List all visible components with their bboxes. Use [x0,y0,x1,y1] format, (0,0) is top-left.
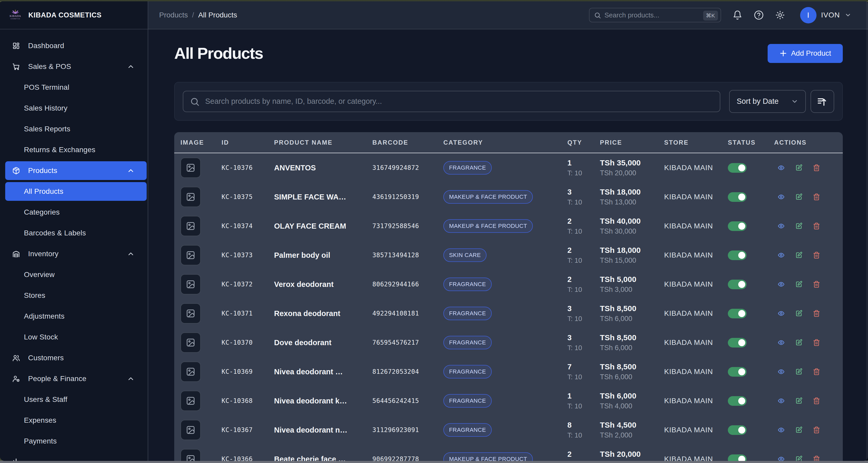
page-head: All Products Add Product [174,43,843,63]
delete-trash-icon[interactable] [813,251,820,259]
sidebar-item-payments[interactable]: Payments [5,432,147,451]
product-store: KIBADA MAIN [664,251,728,259]
sort-direction-button[interactable] [810,90,834,113]
product-search-input[interactable] [183,91,720,112]
sidebar-item-expenses[interactable]: Expenses [5,411,147,430]
edit-pencil-icon[interactable] [795,222,803,230]
sidebar-item-label: Stores [24,291,45,300]
help-icon[interactable] [754,10,764,20]
view-eye-icon[interactable] [777,368,785,375]
status-toggle[interactable] [728,309,747,318]
edit-pencil-icon[interactable] [795,426,803,434]
sidebar-item-all-products[interactable]: All Products [5,182,147,201]
edit-pencil-icon[interactable] [795,456,803,461]
qty-threshold: T: 10 [567,460,600,461]
svg-text:COSMETICS: COSMETICS [10,18,20,20]
view-eye-icon[interactable] [777,222,785,230]
sidebar-item-customers[interactable]: Customers [5,348,147,367]
edit-pencil-icon[interactable] [795,164,803,172]
edit-pencil-icon[interactable] [795,310,803,317]
sidebar-item-pos-terminal[interactable]: POS Terminal [5,78,147,97]
status-toggle[interactable] [728,455,747,461]
view-eye-icon[interactable] [777,339,785,346]
sidebar-item-low-stock[interactable]: Low Stock [5,328,147,346]
sidebar-item-dashboard[interactable]: Dashboard [5,36,147,55]
theme-sun-icon[interactable] [775,10,785,20]
status-toggle[interactable] [728,367,747,377]
view-eye-icon[interactable] [777,164,785,172]
status-toggle[interactable] [728,425,747,435]
delete-trash-icon[interactable] [813,368,820,375]
status-toggle[interactable] [728,396,747,406]
view-eye-icon[interactable] [777,251,785,259]
image-icon [186,338,195,347]
status-toggle[interactable] [728,338,747,347]
sidebar-item-people-finance[interactable]: People & Finance [5,369,147,388]
sidebar-item-barcodes-labels[interactable]: Barcodes & Labels [5,224,147,242]
toggle-knob [738,164,745,172]
page-content: All Products Add Product Sort by Date [148,29,868,461]
sidebar-item-inventory[interactable]: Inventory [5,245,147,263]
delete-trash-icon[interactable] [813,281,820,288]
sidebar-item-products[interactable]: Products [5,161,147,180]
sidebar-item-partial[interactable] [5,453,147,461]
view-eye-icon[interactable] [777,193,785,200]
sidebar-item-label: Adjustments [24,312,64,320]
edit-pencil-icon[interactable] [795,193,803,200]
product-price: TSh 5,000TSh 3,000 [600,275,664,294]
sidebar-item-overview[interactable]: Overview [5,265,147,284]
edit-pencil-icon[interactable] [795,251,803,259]
global-search[interactable]: ⌘K [589,8,721,22]
breadcrumb-parent[interactable]: Products [159,11,188,19]
table-row: KC-10366Beate cherie face …906992287778M… [174,444,843,461]
sidebar-item-label: Payments [24,437,57,445]
product-barcode: 436191250319 [372,193,443,200]
status-toggle[interactable] [728,280,747,289]
status-toggle[interactable] [728,163,747,173]
user-menu[interactable]: I IVON [800,7,851,23]
sidebar-item-adjustments[interactable]: Adjustments [5,307,147,326]
status-toggle[interactable] [728,221,747,231]
product-search[interactable] [183,91,720,112]
sidebar-item-sales-reports[interactable]: Sales Reports [5,120,147,138]
edit-pencil-icon[interactable] [795,281,803,288]
sidebar-item-returns-exchanges[interactable]: Returns & Exchanges [5,141,147,159]
add-product-button[interactable]: Add Product [768,44,843,63]
delete-trash-icon[interactable] [813,339,820,346]
product-id: KC-10366 [222,456,274,461]
notifications-bell-icon[interactable] [733,10,742,20]
delete-trash-icon[interactable] [813,310,820,317]
delete-trash-icon[interactable] [813,222,820,230]
sort-select[interactable]: Sort by Date [729,90,806,113]
edit-pencil-icon[interactable] [795,339,803,346]
global-search-input[interactable] [589,8,720,22]
sidebar-item-categories[interactable]: Categories [5,203,147,222]
chevron-down-icon [791,98,798,105]
view-eye-icon[interactable] [777,310,785,317]
delete-trash-icon[interactable] [813,397,820,404]
view-eye-icon[interactable] [777,456,785,461]
status-toggle[interactable] [728,192,747,202]
sidebar-item-stores[interactable]: Stores [5,286,147,305]
sidebar-item-users-staff[interactable]: Users & Staff [5,390,147,409]
image-icon [186,280,195,289]
delete-trash-icon[interactable] [813,164,820,172]
delete-trash-icon[interactable] [813,193,820,200]
product-price: TSh 40,000TSh 30,000 [600,217,664,236]
sidebar-item-label: Sales History [24,104,68,112]
scrollbar-track[interactable] [866,1,868,461]
sidebar-item-sales-history[interactable]: Sales History [5,99,147,118]
product-barcode: 564456242415 [372,397,443,404]
product-image-placeholder [181,245,222,265]
view-eye-icon[interactable] [777,426,785,434]
delete-trash-icon[interactable] [813,426,820,434]
view-eye-icon[interactable] [777,397,785,404]
delete-trash-icon[interactable] [813,456,820,461]
status-toggle[interactable] [728,250,747,260]
product-barcode: 765954576217 [372,339,443,346]
edit-pencil-icon[interactable] [795,397,803,404]
view-eye-icon[interactable] [777,281,785,288]
product-name: SIMPLE FACE WA… [274,193,372,201]
edit-pencil-icon[interactable] [795,368,803,375]
sidebar-item-sales-pos[interactable]: Sales & POS [5,57,147,76]
